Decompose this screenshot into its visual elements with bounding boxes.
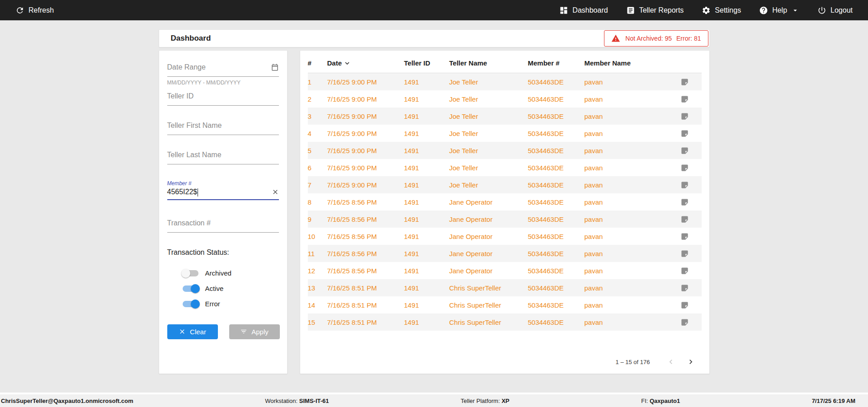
member-name-cell: pavan (585, 78, 668, 86)
teller-name-cell: Jane Operator (449, 198, 528, 206)
toggle-active[interactable]: Active (183, 281, 279, 296)
nav-help[interactable]: Help (759, 6, 799, 15)
toggle-archived[interactable]: Archived (183, 266, 279, 281)
toggle-knob (191, 299, 200, 309)
teller-id-cell: 1491 (404, 130, 449, 137)
row-number: 11 (308, 250, 327, 257)
calendar-icon[interactable] (271, 63, 279, 71)
teller-name-cell: Jane Operator (449, 233, 528, 240)
top-nav: Dashboard Teller Reports Settings Help (559, 6, 853, 15)
error-toggle-switch[interactable] (183, 301, 198, 307)
table-row[interactable]: 47/16/25 9:00 PM1491Joe Teller5034463DEp… (308, 125, 702, 142)
transaction-number-field[interactable]: Transaction # (167, 219, 279, 233)
teller-id-cell: 1491 (404, 78, 449, 86)
note-icon[interactable] (668, 301, 702, 309)
row-number: 6 (308, 164, 327, 172)
note-icon[interactable] (668, 249, 702, 258)
date-cell: 7/16/25 8:51 PM (327, 301, 404, 309)
note-icon[interactable] (668, 215, 702, 224)
note-icon[interactable] (668, 129, 702, 138)
prev-page-button[interactable] (666, 357, 675, 366)
table-row[interactable]: 57/16/25 9:00 PM1491Joe Teller5034463DEp… (308, 142, 702, 159)
note-icon[interactable] (668, 112, 702, 121)
member-number-cell: 5034463DE (528, 250, 585, 257)
member-number-field[interactable]: Member # 4565I22$ (167, 180, 279, 200)
nav-settings[interactable]: Settings (702, 6, 741, 15)
table-row[interactable]: 77/16/25 9:00 PM1491Joe Teller5034463DEp… (308, 176, 702, 193)
col-header-member-name: Member Name (585, 59, 668, 67)
col-header-date[interactable]: Date (327, 59, 404, 67)
teller-id-cell: 1491 (404, 215, 449, 223)
table-row[interactable]: 117/16/25 8:56 PM1491Jane Operator503446… (308, 245, 702, 262)
power-icon (817, 6, 826, 15)
teller-last-name-field[interactable]: Teller Last Name (167, 151, 279, 164)
table-row[interactable]: 97/16/25 8:56 PM1491Jane Operator5034463… (308, 211, 702, 228)
error-toggle-label: Error (205, 300, 220, 308)
date-cell: 7/16/25 8:56 PM (327, 198, 404, 206)
next-page-button[interactable] (686, 357, 695, 366)
nav-dashboard-label: Dashboard (572, 6, 608, 14)
status-datetime: 7/17/25 6:19 AM (812, 398, 855, 404)
teller-id-cell: 1491 (404, 181, 449, 189)
teller-reports-icon (626, 6, 635, 15)
member-name-cell: pavan (585, 164, 668, 172)
note-icon[interactable] (668, 146, 702, 155)
date-cell: 7/16/25 8:56 PM (327, 267, 404, 275)
member-number-cell: 5034463DE (528, 78, 585, 86)
teller-name-cell: Chris SuperTeller (449, 301, 528, 309)
note-icon[interactable] (668, 78, 702, 86)
note-icon[interactable] (668, 164, 702, 172)
active-toggle-label: Active (205, 285, 224, 292)
table-row[interactable]: 37/16/25 9:00 PM1491Joe Teller5034463DEp… (308, 108, 702, 125)
note-icon[interactable] (668, 181, 702, 189)
text-caret (198, 188, 198, 196)
member-number-cell: 5034463DE (528, 233, 585, 240)
teller-platform-info: Teller Platform: XP (461, 398, 509, 404)
nav-logout[interactable]: Logout (817, 6, 853, 15)
note-icon[interactable] (668, 232, 702, 241)
chevron-right-icon (686, 357, 695, 366)
date-cell: 7/16/25 9:00 PM (327, 147, 404, 154)
date-range-field[interactable]: Date Range MM/DD/YYYY - MM/DD/YYYY (167, 63, 279, 86)
note-icon[interactable] (668, 95, 702, 103)
note-icon[interactable] (668, 318, 702, 327)
table-row[interactable]: 107/16/25 8:56 PM1491Jane Operator503446… (308, 228, 702, 245)
clear-member-number-button[interactable] (272, 188, 279, 196)
table-row[interactable]: 157/16/25 8:51 PM1491Chris SuperTeller50… (308, 313, 702, 331)
member-number-cell: 5034463DE (528, 215, 585, 223)
row-number: 5 (308, 147, 327, 154)
row-number: 14 (308, 301, 327, 309)
clear-button-icon (179, 328, 186, 335)
member-number-value: 4565I22$ (167, 188, 198, 196)
note-icon[interactable] (668, 284, 702, 292)
col-header-date-label: Date (327, 59, 342, 67)
nav-dashboard[interactable]: Dashboard (559, 6, 608, 15)
table-row[interactable]: 127/16/25 8:56 PM1491Jane Operator503446… (308, 262, 702, 279)
note-icon[interactable] (668, 267, 702, 275)
table-row[interactable]: 87/16/25 8:56 PM1491Jane Operator5034463… (308, 193, 702, 211)
row-number: 9 (308, 215, 327, 223)
member-number-cell: 5034463DE (528, 284, 585, 292)
table-row[interactable]: 17/16/25 9:00 PM1491Joe Teller5034463DEp… (308, 73, 702, 90)
date-cell: 7/16/25 9:00 PM (327, 95, 404, 103)
active-toggle-switch[interactable] (183, 285, 198, 292)
table-row[interactable]: 147/16/25 8:51 PM1491Chris SuperTeller50… (308, 296, 702, 313)
member-name-cell: pavan (585, 233, 668, 240)
row-number: 4 (308, 130, 327, 137)
teller-id-field[interactable]: Teller ID (167, 92, 279, 106)
teller-name-cell: Jane Operator (449, 250, 528, 257)
archived-toggle-switch[interactable] (183, 270, 198, 276)
teller-first-name-field[interactable]: Teller First Name (167, 122, 279, 135)
apply-button[interactable]: Apply (229, 324, 280, 339)
refresh-button[interactable]: Refresh (15, 6, 54, 15)
note-icon[interactable] (668, 198, 702, 206)
table-row[interactable]: 137/16/25 8:51 PM1491Chris SuperTeller50… (308, 279, 702, 296)
clear-button[interactable]: Clear (167, 324, 218, 339)
nav-teller-reports[interactable]: Teller Reports (626, 6, 684, 15)
page-title: Dashboard (171, 34, 211, 43)
toggle-knob (191, 284, 200, 293)
toggle-error[interactable]: Error (183, 296, 279, 312)
table-row[interactable]: 67/16/25 9:00 PM1491Joe Teller5034463DEp… (308, 159, 702, 176)
table-row[interactable]: 27/16/25 9:00 PM1491Joe Teller5034463DEp… (308, 90, 702, 108)
archived-toggle-label: Archived (205, 269, 231, 277)
